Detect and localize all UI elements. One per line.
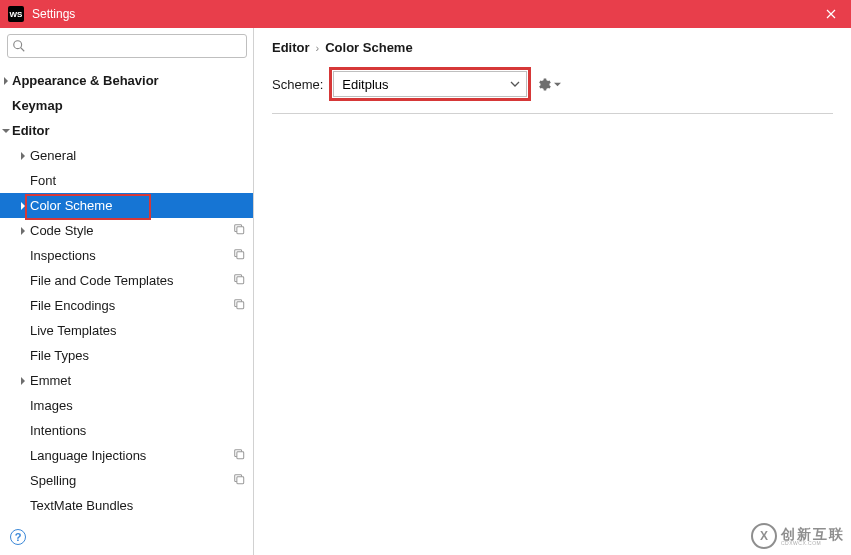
- gear-icon: [537, 77, 552, 92]
- tree-item-intentions[interactable]: Intentions: [0, 418, 253, 443]
- expand-arrow-icon[interactable]: [16, 377, 30, 385]
- expand-arrow-icon[interactable]: [16, 152, 30, 160]
- search-input[interactable]: [30, 39, 242, 53]
- expand-arrow-icon[interactable]: [16, 227, 30, 235]
- svg-rect-11: [237, 452, 244, 459]
- tree-item-label: Live Templates: [30, 323, 245, 338]
- tree-item-appearance-behavior[interactable]: Appearance & Behavior: [0, 68, 253, 93]
- help-button[interactable]: ?: [10, 529, 26, 545]
- scheme-label: Scheme:: [272, 77, 323, 92]
- tree-item-label: Color Scheme: [30, 198, 245, 213]
- watermark-logo: X: [751, 523, 777, 549]
- tree-item-label: Code Style: [30, 223, 233, 238]
- breadcrumb-parent[interactable]: Editor: [272, 40, 310, 55]
- watermark-sub: CDXWCX.COM: [781, 541, 845, 546]
- scope-icon: [233, 473, 245, 488]
- svg-point-0: [14, 41, 22, 49]
- tree-item-label: Emmet: [30, 373, 245, 388]
- svg-rect-13: [237, 477, 244, 484]
- scope-icon: [233, 448, 245, 463]
- tree-item-label: Images: [30, 398, 245, 413]
- tree-item-spelling[interactable]: Spelling: [0, 468, 253, 493]
- watermark-main: 创新互联: [781, 527, 845, 541]
- main-panel: Editor › Color Scheme Scheme: Editplus: [254, 28, 851, 555]
- chevron-right-icon: ›: [316, 42, 320, 54]
- expand-arrow-icon[interactable]: [16, 202, 30, 210]
- tree-item-textmate-bundles[interactable]: TextMate Bundles: [0, 493, 253, 518]
- svg-rect-5: [237, 252, 244, 259]
- tree-item-label: Keymap: [12, 98, 245, 113]
- svg-rect-3: [237, 227, 244, 234]
- tree-item-label: Language Injections: [30, 448, 233, 463]
- tree-item-label: Font: [30, 173, 245, 188]
- chevron-down-icon: [510, 79, 520, 89]
- tree-item-live-templates[interactable]: Live Templates: [0, 318, 253, 343]
- tree-item-label: Inspections: [30, 248, 233, 263]
- expand-arrow-icon[interactable]: [0, 127, 12, 135]
- tree-item-images[interactable]: Images: [0, 393, 253, 418]
- scope-icon: [233, 298, 245, 313]
- caret-down-icon: [554, 81, 561, 88]
- close-button[interactable]: [811, 0, 851, 28]
- tree-item-file-types[interactable]: File Types: [0, 343, 253, 368]
- scope-icon: [233, 248, 245, 263]
- tree-item-color-scheme[interactable]: Color Scheme: [0, 193, 253, 218]
- tree-item-label: TextMate Bundles: [30, 498, 245, 513]
- tree-item-general[interactable]: General: [0, 143, 253, 168]
- titlebar: WS Settings: [0, 0, 851, 28]
- search-box[interactable]: [7, 34, 247, 58]
- svg-rect-7: [237, 277, 244, 284]
- scheme-dropdown[interactable]: Editplus: [333, 71, 527, 97]
- tree-item-label: Intentions: [30, 423, 245, 438]
- divider: [272, 113, 833, 114]
- scope-icon: [233, 273, 245, 288]
- tree-item-label: Spelling: [30, 473, 233, 488]
- watermark: X 创新互联 CDXWCX.COM: [751, 523, 845, 549]
- tree-item-label: Editor: [12, 123, 245, 138]
- svg-rect-9: [237, 302, 244, 309]
- search-icon: [12, 39, 26, 53]
- window-title: Settings: [32, 7, 811, 21]
- breadcrumb: Editor › Color Scheme: [272, 40, 833, 55]
- tree-item-code-style[interactable]: Code Style: [0, 218, 253, 243]
- close-icon: [826, 9, 836, 19]
- breadcrumb-current: Color Scheme: [325, 40, 412, 55]
- scope-icon: [233, 223, 245, 238]
- settings-sidebar: Appearance & BehaviorKeymapEditorGeneral…: [0, 28, 254, 555]
- tree-item-inspections[interactable]: Inspections: [0, 243, 253, 268]
- tree-item-keymap[interactable]: Keymap: [0, 93, 253, 118]
- scheme-actions-button[interactable]: [537, 77, 561, 92]
- tree-item-label: File Encodings: [30, 298, 233, 313]
- tree-item-language-injections[interactable]: Language Injections: [0, 443, 253, 468]
- tree-item-label: General: [30, 148, 245, 163]
- tree-item-label: Appearance & Behavior: [12, 73, 245, 88]
- scheme-value: Editplus: [342, 77, 388, 92]
- svg-line-1: [21, 48, 25, 52]
- tree-item-label: File Types: [30, 348, 245, 363]
- tree-item-label: File and Code Templates: [30, 273, 233, 288]
- tree-item-file-encodings[interactable]: File Encodings: [0, 293, 253, 318]
- expand-arrow-icon[interactable]: [0, 77, 12, 85]
- tree-item-emmet[interactable]: Emmet: [0, 368, 253, 393]
- tree-item-font[interactable]: Font: [0, 168, 253, 193]
- settings-tree: Appearance & BehaviorKeymapEditorGeneral…: [0, 64, 253, 555]
- tree-item-file-and-code-templates[interactable]: File and Code Templates: [0, 268, 253, 293]
- app-icon: WS: [8, 6, 24, 22]
- tree-item-editor[interactable]: Editor: [0, 118, 253, 143]
